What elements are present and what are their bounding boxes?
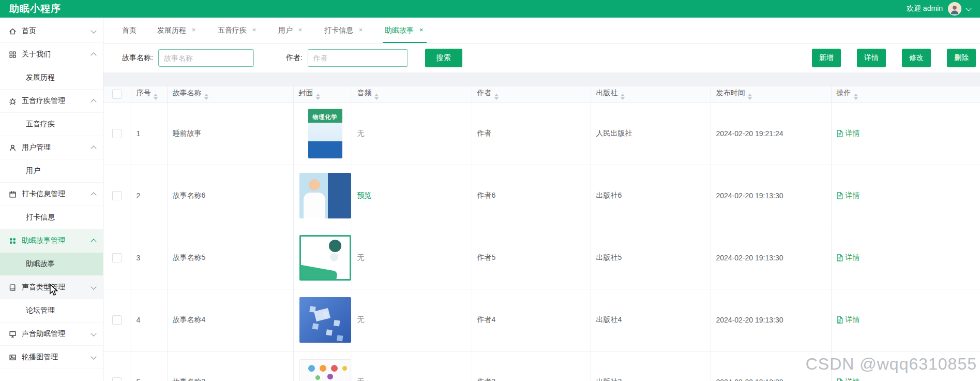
- cell-time: 2024-02-20 19:21:24: [711, 102, 831, 165]
- cover-image[interactable]: [299, 173, 351, 218]
- row-checkbox[interactable]: [112, 129, 122, 138]
- select-all-checkbox[interactable]: [112, 90, 122, 99]
- sort-icon[interactable]: [854, 94, 858, 100]
- author-label: 作者:: [286, 53, 303, 63]
- sidebar-item-checkin[interactable]: 打卡信息: [0, 206, 103, 229]
- tab-checkin[interactable]: 打卡信息: [324, 18, 364, 43]
- cover-image[interactable]: E-Learning: [299, 359, 351, 381]
- story-name-input[interactable]: [158, 49, 254, 67]
- sidebar-item-users[interactable]: 用户: [0, 159, 103, 183]
- table-row: 4 故事名称4 无 作者4 出版社4 2024-02-20 19:13:30 详…: [103, 289, 980, 351]
- sidebar-item-forum[interactable]: 论坛管理: [0, 299, 103, 323]
- column-header-publisher[interactable]: 出版社: [591, 86, 711, 102]
- column-header-index[interactable]: 序号: [131, 86, 167, 102]
- author-input[interactable]: [308, 49, 408, 67]
- row-checkbox[interactable]: [112, 377, 122, 381]
- chevron-down-icon: [91, 354, 96, 359]
- cell-publisher: 人民出版社: [591, 102, 711, 165]
- sidebar-item-history[interactable]: 发展历程: [0, 66, 103, 90]
- column-header-actions[interactable]: 操作: [831, 86, 980, 102]
- book-icon: [8, 283, 17, 291]
- add-button[interactable]: 新增: [812, 49, 841, 67]
- cell-name: 故事名称4: [167, 289, 293, 351]
- sort-icon[interactable]: [316, 94, 320, 100]
- sort-icon[interactable]: [204, 94, 208, 100]
- tab-stories[interactable]: 助眠故事: [385, 18, 425, 43]
- column-header-name[interactable]: 故事名称: [167, 86, 293, 102]
- sidebar-item-carousel-group[interactable]: 轮播图管理: [0, 346, 103, 369]
- document-icon: [837, 130, 843, 137]
- close-icon[interactable]: [418, 27, 425, 34]
- dots-grid-icon: [8, 237, 17, 245]
- edit-button[interactable]: 修改: [902, 49, 931, 67]
- document-icon: [837, 254, 843, 261]
- sidebar-item-label: 关于我们: [22, 50, 92, 59]
- column-header-cover[interactable]: 封面: [293, 86, 352, 102]
- cell-index: 4: [131, 289, 167, 351]
- audio-preview-link[interactable]: 预览: [357, 191, 372, 199]
- sidebar-item-therapy-group[interactable]: 五音疗疾管理: [0, 90, 103, 113]
- cover-image[interactable]: [299, 235, 351, 281]
- top-header: 助眠小程序 欢迎 admin: [0, 0, 980, 18]
- sidebar-item-label: 五音疗疾管理: [22, 96, 92, 106]
- column-header-audio[interactable]: 音频: [352, 86, 472, 102]
- close-icon[interactable]: [357, 27, 364, 34]
- sidebar-item-label: 助眠故事: [26, 259, 96, 269]
- row-checkbox[interactable]: [112, 315, 122, 325]
- sidebar-item-home[interactable]: 首页: [0, 20, 103, 43]
- sidebar-item-about[interactable]: 关于我们: [0, 43, 103, 66]
- sidebar-item-label: 用户管理: [22, 143, 92, 152]
- chevron-down-icon[interactable]: [966, 5, 971, 11]
- tab-users[interactable]: 用户: [278, 18, 304, 43]
- close-icon[interactable]: [251, 27, 258, 34]
- tab-label: 打卡信息: [324, 26, 353, 35]
- row-detail-link[interactable]: 详情: [837, 191, 860, 200]
- cover-image[interactable]: [299, 297, 351, 343]
- sidebar-item-therapy[interactable]: 五音疗疾: [0, 113, 103, 136]
- sort-icon[interactable]: [748, 94, 752, 100]
- row-detail-link[interactable]: 详情: [837, 315, 860, 325]
- row-detail-link[interactable]: 详情: [837, 377, 860, 381]
- cell-publisher: 出版社6: [591, 165, 711, 227]
- sort-icon[interactable]: [494, 94, 499, 100]
- chevron-down-icon: [91, 284, 96, 289]
- table-row: 2 故事名称6 预览 作者6 出版社6 2024-02-20 19:13:30 …: [103, 165, 980, 227]
- sidebar-item-stories-group[interactable]: 助眠故事管理: [0, 229, 103, 253]
- cell-time: 2024-02-20 19:13:30: [711, 289, 831, 351]
- row-checkbox[interactable]: [112, 253, 122, 262]
- sidebar-item-checkin-group[interactable]: 打卡信息管理: [0, 183, 103, 206]
- detail-button[interactable]: 详情: [857, 49, 886, 67]
- spacer: [103, 72, 980, 86]
- close-icon[interactable]: [190, 27, 197, 34]
- tab-therapy[interactable]: 五音疗疾: [218, 18, 258, 43]
- app-title: 助眠小程序: [9, 2, 61, 16]
- sort-icon[interactable]: [154, 94, 158, 100]
- sidebar-item-sound-type-group[interactable]: 声音类型管理: [0, 276, 103, 299]
- delete-button[interactable]: 删除: [947, 49, 976, 67]
- cell-index: 5: [131, 351, 167, 381]
- tab-label: 首页: [122, 26, 137, 35]
- row-checkbox[interactable]: [112, 191, 122, 200]
- sidebar-item-label: 声音助眠管理: [22, 329, 92, 339]
- search-button[interactable]: 搜索: [425, 49, 462, 67]
- row-detail-link[interactable]: 详情: [837, 129, 860, 138]
- sort-icon[interactable]: [374, 94, 379, 100]
- sidebar-item-stories[interactable]: 助眠故事: [0, 253, 103, 276]
- sort-icon[interactable]: [621, 94, 625, 100]
- row-detail-link[interactable]: 详情: [837, 253, 860, 262]
- column-header-time[interactable]: 发布时间: [711, 86, 831, 102]
- tab-label: 用户: [278, 26, 293, 35]
- chevron-up-icon: [91, 192, 96, 198]
- avatar[interactable]: [948, 2, 961, 16]
- cell-name: 故事名称3: [167, 351, 293, 381]
- tab-home[interactable]: 首页: [122, 18, 137, 43]
- sidebar-item-users-group[interactable]: 用户管理: [0, 136, 103, 159]
- cover-image[interactable]: 物理化学: [308, 109, 342, 158]
- sidebar-item-sound-sleep-group[interactable]: 声音助眠管理: [0, 323, 103, 346]
- cell-time: 2024-02-20 19:13:30: [711, 165, 831, 227]
- sidebar-item-label: 声音类型管理: [22, 283, 92, 292]
- close-icon[interactable]: [297, 27, 304, 34]
- bug-icon: [8, 97, 17, 105]
- tab-history[interactable]: 发展历程: [157, 18, 197, 43]
- column-header-author[interactable]: 作者: [472, 86, 591, 102]
